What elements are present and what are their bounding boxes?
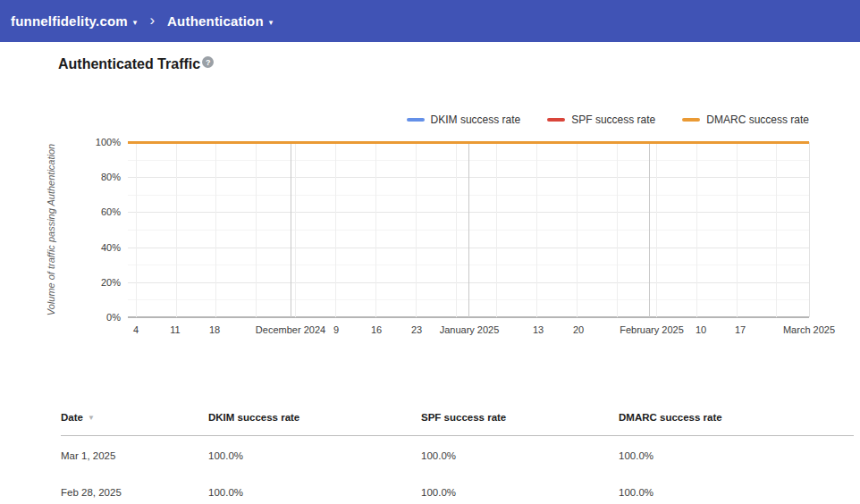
gridline-month-boundary: [468, 142, 469, 317]
y-axis-tick-label: 80%: [83, 171, 121, 183]
table-cell: Feb 28, 2025: [61, 486, 122, 499]
legend-label: DMARC success rate: [706, 113, 809, 126]
chart-legend: DKIM success rateSPF success rateDMARC s…: [128, 113, 809, 126]
gridline-week: [375, 142, 376, 317]
legend-line-swatch: [682, 118, 700, 122]
table-column-header[interactable]: Date▼: [61, 412, 95, 423]
table-cell: 100.0%: [421, 486, 456, 499]
y-axis-tick-label: 40%: [83, 241, 121, 254]
section-dropdown-label: Authentication: [167, 13, 264, 29]
plot-right-edge: [809, 142, 810, 317]
table-cell: 100.0%: [208, 486, 243, 499]
table-cell: 100.0%: [421, 449, 456, 462]
dmarc-series-line: [128, 141, 809, 144]
help-icon[interactable]: ?: [202, 56, 214, 68]
chevron-down-icon: ▾: [269, 18, 274, 27]
x-axis-tick-label: 20: [573, 323, 584, 336]
x-axis-tick-label: 11: [170, 323, 180, 336]
table-cell: Mar 1, 2025: [61, 449, 115, 462]
x-axis-tick-label: February 2025: [620, 323, 684, 336]
x-axis-tick-label: 10: [696, 323, 706, 336]
legend-item: DMARC success rate: [682, 113, 809, 126]
table-header-divider: [61, 435, 854, 436]
gridline-week: [496, 142, 497, 317]
legend-item: DKIM success rate: [407, 113, 521, 126]
table-cell: 100.0%: [619, 449, 653, 462]
y-axis-tick-label: 20%: [83, 276, 121, 289]
legend-line-swatch: [547, 118, 565, 122]
x-axis-tick-label: 13: [533, 323, 544, 336]
gridline-month-boundary: [291, 142, 291, 317]
gridline-week: [577, 142, 578, 317]
gridline-week: [737, 142, 738, 317]
gridline-week: [215, 142, 216, 317]
y-axis-tick-label: 0%: [83, 311, 121, 323]
domain-dropdown-label: funnelfidelity.com: [11, 13, 128, 29]
domain-dropdown[interactable]: funnelfidelity.com ▾: [11, 13, 137, 29]
legend-label: DKIM success rate: [431, 113, 521, 126]
gridline-week: [136, 142, 137, 317]
legend-item: SPF success rate: [547, 113, 655, 126]
table-cell: 100.0%: [619, 486, 653, 499]
table-column-header[interactable]: DMARC success rate: [619, 412, 722, 423]
gridline-week: [176, 142, 177, 317]
gridline-week: [536, 142, 537, 317]
gridline-week: [776, 142, 777, 317]
x-axis-tick-label: 17: [735, 323, 746, 336]
breadcrumb-separator-icon: ›: [149, 12, 155, 29]
page-title: Authenticated Traffic?: [58, 56, 214, 72]
x-axis-tick-label: 23: [411, 323, 422, 336]
gridline-week: [295, 142, 296, 317]
x-axis-tick-label: 18: [209, 323, 220, 336]
legend-line-swatch: [407, 118, 425, 122]
table-column-header[interactable]: SPF success rate: [421, 412, 506, 423]
y-axis-title: Volume of traffic passing Authentication: [46, 144, 56, 315]
gridline-month-boundary: [649, 142, 650, 317]
sort-descending-icon: ▼: [88, 414, 95, 422]
gridline-week: [656, 142, 657, 317]
x-axis-tick-label: 9: [333, 323, 339, 336]
section-dropdown[interactable]: Authentication ▾: [167, 13, 273, 29]
gridline-week: [335, 142, 336, 317]
x-axis-tick-label: 4: [133, 323, 139, 336]
chevron-down-icon: ▾: [133, 18, 138, 27]
gridline-week: [256, 142, 257, 317]
table-column-header[interactable]: DKIM success rate: [208, 412, 299, 423]
gridline-week: [696, 142, 697, 317]
legend-label: SPF success rate: [571, 113, 655, 126]
y-axis-tick-label: 100%: [83, 136, 121, 148]
gridline-week: [617, 142, 618, 317]
table-cell: 100.0%: [208, 449, 243, 462]
gridline-week: [416, 142, 417, 317]
x-axis-tick-label: January 2025: [440, 323, 500, 336]
page-title-text: Authenticated Traffic: [58, 56, 200, 71]
y-axis-tick-label: 60%: [83, 206, 121, 218]
app-header: funnelfidelity.com ▾ › Authentication ▾: [0, 0, 860, 42]
x-axis-tick-label: December 2024: [256, 323, 325, 336]
postmaster-dashboard: funnelfidelity.com ▾ › Authentication ▾ …: [0, 0, 860, 504]
gridline-week: [456, 142, 457, 317]
x-axis-tick-label: March 2025: [783, 323, 835, 336]
x-axis-tick-label: 16: [371, 323, 382, 336]
